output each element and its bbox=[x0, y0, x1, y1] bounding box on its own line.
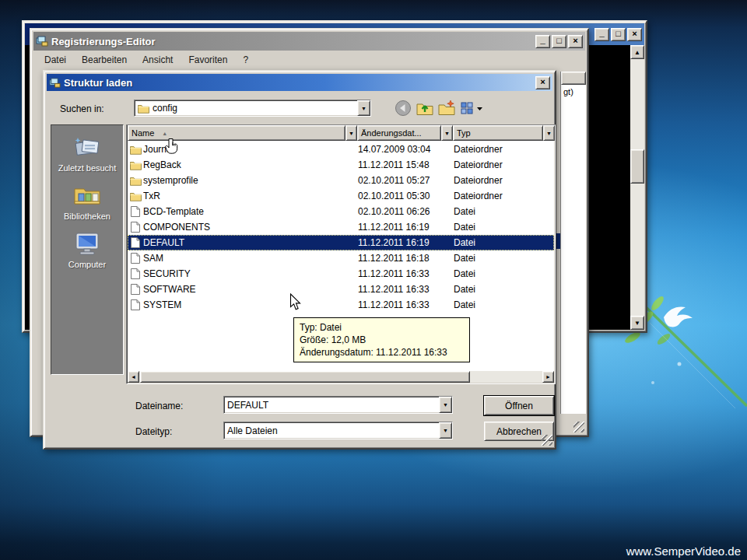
file-icon bbox=[128, 222, 143, 233]
file-name: DEFAULT bbox=[143, 237, 358, 248]
place-libraries-label: Bibliotheken bbox=[64, 212, 110, 221]
scroll-down-icon[interactable]: ▼ bbox=[630, 316, 644, 330]
regedit-maximize-button[interactable]: □ bbox=[552, 35, 566, 48]
file-row[interactable]: BCD-Template02.10.2011 06:26Datei bbox=[128, 204, 554, 219]
console-scrollbar-thumb[interactable] bbox=[630, 149, 644, 184]
folder-icon bbox=[138, 103, 149, 114]
scroll-up-icon[interactable]: ▲ bbox=[630, 45, 644, 59]
file-modified-date: 11.12.2011 16:19 bbox=[358, 222, 454, 233]
place-recent[interactable]: Zuletzt besucht bbox=[51, 135, 123, 173]
folder-icon bbox=[128, 145, 143, 155]
file-type: Datei bbox=[454, 299, 554, 310]
column-header-type[interactable]: Typ bbox=[453, 125, 543, 141]
folder-icon bbox=[130, 145, 142, 155]
console-maximize-button[interactable]: □ bbox=[611, 28, 626, 41]
column-header-name[interactable]: Name ▲ bbox=[128, 125, 345, 141]
file-type: Dateiordner bbox=[454, 191, 554, 201]
menu-item-favoriten[interactable]: Favoriten bbox=[188, 54, 227, 65]
hscrollbar-thumb[interactable] bbox=[140, 371, 470, 383]
file-type: Datei bbox=[454, 253, 554, 264]
dialog-close-button[interactable]: × bbox=[535, 76, 550, 89]
column-filter-date-icon[interactable]: ▼ bbox=[441, 125, 453, 141]
up-one-level-icon[interactable] bbox=[416, 100, 433, 117]
column-filter-name-icon[interactable]: ▼ bbox=[345, 125, 357, 141]
chevron-down-icon[interactable]: ▼ bbox=[439, 422, 452, 439]
tooltip-modified: Änderungsdatum: 11.12.2011 16:33 bbox=[300, 346, 464, 359]
scroll-right-icon[interactable]: ► bbox=[542, 371, 554, 383]
file-modified-date: 11.12.2011 16:33 bbox=[358, 299, 454, 310]
sort-ascending-icon: ▲ bbox=[162, 131, 167, 136]
file-modified-date: 02.10.2011 05:27 bbox=[358, 175, 454, 186]
folder-icon bbox=[128, 191, 143, 201]
file-name: SOFTWARE bbox=[143, 284, 358, 295]
console-minimize-button[interactable]: _ bbox=[594, 28, 609, 41]
column-header-date[interactable]: Änderungsdat... bbox=[357, 125, 441, 141]
regedit-column-header-fragment[interactable] bbox=[561, 72, 586, 85]
file-icon bbox=[128, 299, 143, 310]
file-name: SECURITY bbox=[143, 268, 358, 279]
scroll-left-icon[interactable]: ◄ bbox=[128, 371, 139, 383]
file-row[interactable]: SYSTEM11.12.2011 16:33Datei bbox=[128, 297, 554, 313]
file-icon bbox=[128, 253, 143, 264]
new-folder-icon[interactable] bbox=[438, 100, 455, 117]
column-filter-type-icon[interactable]: ▼ bbox=[543, 125, 555, 141]
menu-item-bearbeiten[interactable]: Bearbeiten bbox=[82, 54, 127, 65]
file-icon bbox=[131, 237, 140, 248]
file-row[interactable]: SOFTWARE11.12.2011 16:33Datei bbox=[128, 282, 554, 297]
dialog-resize-grip[interactable] bbox=[542, 435, 552, 446]
console-close-button[interactable]: × bbox=[627, 28, 642, 41]
file-modified-date: 14.07.2009 03:04 bbox=[358, 144, 454, 155]
file-row[interactable]: Journal14.07.2009 03:04Dateiordner bbox=[128, 142, 554, 157]
file-row[interactable]: RegBack11.12.2011 15:48Dateiordner bbox=[128, 157, 554, 173]
file-row[interactable]: SECURITY11.12.2011 16:33Datei bbox=[128, 266, 554, 282]
file-icon bbox=[131, 284, 140, 295]
console-vertical-scrollbar[interactable]: ▲ ▼ bbox=[630, 45, 644, 330]
filename-combobox[interactable]: DEFAULT ▼ bbox=[223, 396, 453, 414]
registry-editor-titlebar[interactable]: Registrierungs-Editor _ □ × bbox=[33, 32, 585, 51]
filetype-label: Dateityp: bbox=[135, 426, 172, 437]
file-icon bbox=[131, 253, 140, 264]
look-in-combobox[interactable]: config ▼ bbox=[134, 100, 371, 117]
place-recent-label: Zuletzt besucht bbox=[58, 163, 117, 173]
file-row[interactable]: COMPONENTS11.12.2011 16:19Datei bbox=[128, 219, 554, 235]
filetype-value: Alle Dateien bbox=[227, 425, 278, 436]
file-type: Datei bbox=[454, 237, 554, 248]
regedit-menubar: Datei Bearbeiten Ansicht Favoriten ? bbox=[33, 51, 585, 68]
open-button[interactable]: Öffnen bbox=[484, 396, 554, 415]
file-type: Dateiordner bbox=[454, 159, 554, 170]
chevron-down-icon[interactable]: ▼ bbox=[439, 397, 452, 413]
dialog-titlebar[interactable]: Struktur laden × bbox=[47, 74, 552, 91]
libraries-icon bbox=[72, 183, 102, 209]
file-row[interactable]: SAM11.12.2011 16:18Datei bbox=[128, 250, 554, 266]
file-name: Journal bbox=[143, 144, 358, 155]
file-name: RegBack bbox=[143, 159, 358, 170]
menu-item-datei[interactable]: Datei bbox=[44, 54, 66, 65]
file-icon bbox=[131, 268, 140, 279]
chevron-down-icon[interactable]: ▼ bbox=[357, 100, 370, 116]
file-name: TxR bbox=[143, 191, 358, 201]
file-list-horizontal-scrollbar[interactable]: ◄ ► bbox=[128, 371, 554, 383]
filetype-combobox[interactable]: Alle Dateien ▼ bbox=[223, 422, 453, 439]
file-icon bbox=[131, 222, 140, 233]
views-menu-icon[interactable] bbox=[460, 100, 485, 117]
menu-item-ansicht[interactable]: Ansicht bbox=[142, 54, 173, 65]
file-row[interactable]: systemprofile02.10.2011 05:27Dateiordner bbox=[128, 173, 554, 188]
regedit-close-button[interactable]: × bbox=[568, 35, 583, 48]
file-name: systemprofile bbox=[143, 175, 358, 186]
place-libraries[interactable]: Bibliotheken bbox=[51, 183, 123, 221]
regedit-minimize-button[interactable]: _ bbox=[535, 35, 550, 48]
places-bar: Zuletzt besucht Bibliotheken Computer bbox=[51, 124, 124, 375]
back-icon[interactable] bbox=[395, 100, 412, 117]
folder-icon bbox=[128, 160, 143, 170]
file-row[interactable]: TxR02.10.2011 05:30Dateiordner bbox=[128, 188, 554, 204]
file-row[interactable]: DEFAULT11.12.2011 16:19Datei bbox=[128, 235, 554, 250]
file-type: Datei bbox=[454, 222, 554, 233]
regedit-resize-grip[interactable] bbox=[573, 422, 584, 432]
file-type: Dateiordner bbox=[454, 144, 554, 155]
file-name: BCD-Template bbox=[143, 206, 358, 217]
file-modified-date: 11.12.2011 16:33 bbox=[358, 284, 454, 295]
wallpaper-bird bbox=[664, 307, 693, 327]
file-modified-date: 11.12.2011 16:33 bbox=[358, 268, 454, 279]
menu-item-help[interactable]: ? bbox=[243, 54, 248, 65]
place-computer[interactable]: Computer bbox=[51, 231, 123, 269]
